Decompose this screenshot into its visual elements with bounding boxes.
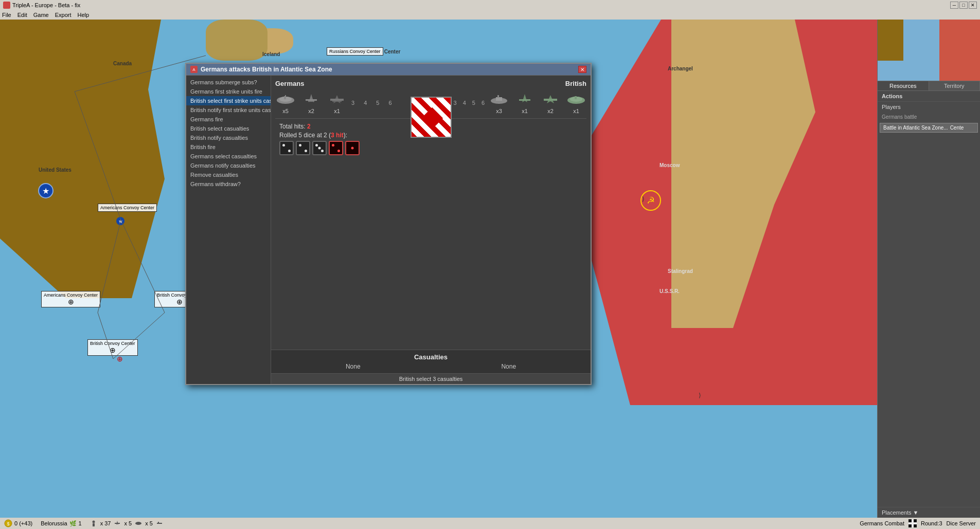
minimap[interactable] (878, 20, 980, 81)
dialog-progress: British select 3 casualties (271, 373, 591, 384)
defender-unit-destroyer: x3 (489, 92, 509, 114)
right-tabs: Resources Territory (878, 81, 980, 91)
bomber-count-attacker: x1 (334, 108, 340, 114)
archangel-label: Archangel (668, 66, 693, 71)
dialog-icon: A (190, 66, 198, 73)
bomber-count-defender: x2 (547, 108, 554, 114)
casualties-row: None None (275, 363, 586, 370)
step-5[interactable]: British select casualties (186, 124, 271, 133)
svg-rect-39 (157, 523, 162, 524)
dialog-title-bar: A Germans attacks British in Atlantic Se… (186, 64, 591, 76)
minimize-button[interactable]: ─ (950, 2, 958, 9)
tab-resources[interactable]: Resources (878, 81, 929, 90)
brit-convoy-icon: ⊕ (116, 355, 124, 363)
minimap-eu (939, 20, 980, 81)
svg-point-38 (135, 522, 141, 525)
battle-dialog: A Germans attacks British in Atlantic Se… (185, 63, 592, 385)
actions-label: Actions (878, 91, 980, 102)
german-cross-icon (908, 519, 917, 527)
players-label: Players (878, 102, 980, 112)
casualties-label: Casualties (275, 353, 586, 361)
svg-rect-13 (308, 101, 314, 102)
british-convoy-2: British Convoy Center⊕ (87, 339, 138, 356)
sub-icon-attacker (275, 92, 296, 107)
menu-export[interactable]: Export (55, 12, 72, 18)
die-4 (329, 141, 343, 155)
greenland-land (206, 20, 268, 61)
battle-main: Germans British (271, 76, 591, 384)
close-button[interactable]: ✕ (969, 2, 977, 9)
svg-rect-23 (544, 99, 557, 101)
infantry-status-icon (90, 520, 97, 527)
menu-help[interactable]: Help (77, 12, 89, 18)
panel-spacer (878, 134, 980, 507)
destroyer-icon-defender (489, 92, 509, 107)
svg-rect-16 (332, 101, 342, 102)
minimap-na (878, 20, 903, 61)
svg-rect-18 (496, 97, 502, 101)
menu-bar: File Edit Game Export Help (0, 10, 980, 20)
us-convoy-icon: ★ (116, 217, 124, 225)
battle-btn[interactable]: Battle in Atlantic Sea Zone... Cente (880, 123, 978, 133)
step-7[interactable]: British fire (186, 142, 271, 152)
step-list: Germans submerge subs? Germans first str… (186, 76, 271, 384)
step-1[interactable]: Germans first strike units fire (186, 87, 271, 96)
combat-area: Germans British (271, 76, 591, 350)
menu-game[interactable]: Game (33, 12, 49, 18)
step-10[interactable]: Remove casualties (186, 170, 271, 179)
defender-unit-sub: x1 (566, 92, 586, 114)
canada-label: Canada (113, 61, 132, 66)
step-4[interactable]: Germans fire (186, 115, 271, 124)
dice-row (279, 141, 582, 155)
step-9[interactable]: Germans notify casualties (186, 161, 271, 170)
title-bar-controls: ─ □ ✕ (950, 2, 977, 9)
attacker-unit-sub: x5 (275, 92, 296, 114)
map-unit-inf: ⟩ (642, 195, 645, 203)
status-bar: $ 0 (+43) Belorussia 🌿 1 x 37 x 5 x 5 Ge (0, 518, 980, 529)
step-11[interactable]: Germans withdraw? (186, 179, 271, 189)
fighter-icon-attacker (301, 92, 322, 107)
die-5 (345, 141, 360, 155)
fighter-count-defender: x1 (522, 108, 528, 114)
svg-rect-12 (306, 99, 317, 101)
maximize-button[interactable]: □ (959, 2, 968, 9)
svg-rect-35 (93, 523, 95, 526)
tab-territory[interactable]: Territory (929, 81, 981, 90)
die-3 (312, 141, 327, 155)
attacker-scale: 3456 (351, 100, 392, 114)
step-0[interactable]: Germans submerge subs? (186, 78, 271, 87)
step-6[interactable]: British notify casualties (186, 133, 271, 142)
usa-label: United States (39, 167, 72, 173)
right-panel: Resources Territory Actions Players Germ… (877, 20, 980, 529)
title-bar: TripleA - Europe - Beta - fix ─ □ ✕ (0, 0, 980, 10)
map-unit-tank: ⟩ (699, 392, 701, 399)
step-2[interactable]: British select first strike units casual… (186, 96, 271, 105)
menu-file[interactable]: File (2, 12, 11, 18)
defender-unit-bomber: x2 (540, 92, 561, 114)
sides-row: Germans British (275, 80, 586, 87)
battle-label: Germans battle (878, 112, 980, 122)
unit-counts: x 37 x 5 x 5 (90, 520, 163, 527)
north-america-land (0, 0, 165, 298)
fighter-icon-defender (514, 92, 535, 107)
title-text: TripleA - Europe - Beta - fix (12, 2, 80, 8)
menu-edit[interactable]: Edit (17, 12, 27, 18)
dialog-close-button[interactable]: ✕ (578, 66, 586, 73)
attacker-units: x5 x2 (275, 92, 347, 114)
defender-label: British (565, 80, 586, 87)
defender-units: x3 x1 (489, 92, 586, 114)
step-3[interactable]: British notify first strike units casual… (186, 105, 271, 115)
battle-flag (411, 97, 452, 138)
svg-text:$: $ (7, 521, 9, 526)
attacker-unit-fighter: x2 (301, 92, 322, 114)
fighter-count-attacker: x2 (308, 108, 314, 114)
attacker-unit-bomber: x1 (327, 92, 347, 114)
svg-rect-37 (115, 523, 120, 524)
svg-marker-20 (522, 94, 527, 102)
app-icon (3, 2, 10, 9)
american-convoy-1: Americans Convoy Center (98, 204, 157, 212)
casualties-defender: None (501, 363, 516, 370)
defender-unit-fighter: x1 (514, 92, 535, 114)
fighter-status-icon (114, 520, 121, 527)
step-8[interactable]: Germans select casualties (186, 152, 271, 161)
